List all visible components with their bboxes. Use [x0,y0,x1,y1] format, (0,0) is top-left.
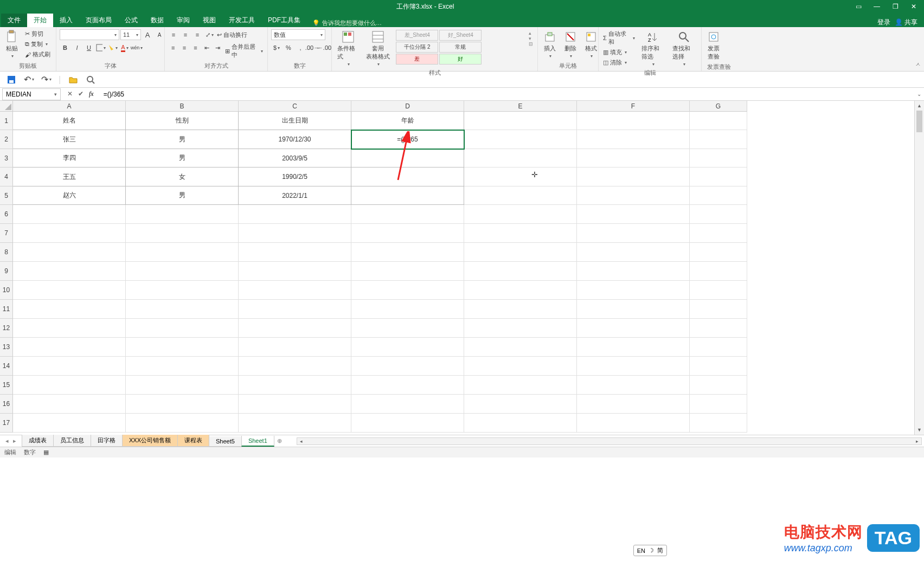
cell-B10[interactable] [126,281,239,300]
row-header-1[interactable]: 1 [0,112,13,130]
cell-E16[interactable] [464,395,577,414]
italic-button[interactable]: I [72,42,82,53]
cancel-formula-icon[interactable]: ✕ [67,90,73,98]
minimize-button[interactable]: — [869,1,885,12]
horizontal-scrollbar[interactable]: ◂ ▸ [297,437,922,445]
col-header-B[interactable]: B [126,101,239,112]
add-sheet-button[interactable]: ⊕ [274,437,286,444]
cell-D12[interactable] [351,319,464,338]
ribbon-display-options-icon[interactable]: ▭ [850,1,867,12]
row-header-12[interactable]: 12 [0,319,13,338]
clear-button[interactable]: ◫清除▾ [602,58,636,67]
row-header-15[interactable]: 15 [0,376,13,395]
cell-C6[interactable] [239,205,351,224]
cell-E5[interactable] [464,186,577,205]
cell-A9[interactable] [13,262,126,281]
cell-B5[interactable]: 男 [126,186,239,205]
cell-G1[interactable] [690,112,747,130]
merge-center-button[interactable]: ⊞合并后居中▾ [224,42,264,60]
col-header-C[interactable]: C [239,101,351,112]
cell-B16[interactable] [126,395,239,414]
cell-G8[interactable] [690,243,747,262]
cell-B13[interactable] [126,338,239,357]
row-header-2[interactable]: 2 [0,130,13,149]
cell-D1[interactable]: 年龄 [351,112,464,130]
font-size-combo[interactable]: 11▾ [120,29,141,40]
style-normal[interactable]: 常规 [439,42,482,53]
sheet-tab-员工信息[interactable]: 员工信息 [53,435,91,447]
row-header-8[interactable]: 8 [0,243,13,262]
fill-color-button[interactable]: ▾ [107,42,118,53]
cell-F10[interactable] [577,281,690,300]
row-header-17[interactable]: 17 [0,414,13,433]
gallery-down-icon[interactable]: ▾ [529,36,533,41]
cell-A12[interactable] [13,319,126,338]
cut-button[interactable]: ✂剪切 [24,29,52,38]
cell-F2[interactable] [577,130,690,149]
cell-E14[interactable] [464,357,577,376]
cell-styles-gallery[interactable]: 差_Sheet4 好_Sheet4 千位分隔 2 常规 差 好 [395,29,524,65]
font-name-combo[interactable]: ▾ [60,29,119,40]
col-header-G[interactable]: G [690,101,747,112]
cell-C9[interactable] [239,262,351,281]
tab-data[interactable]: 数据 [144,14,170,27]
ime-indicator[interactable]: EN ☽ 简 [633,545,667,556]
cell-D10[interactable] [351,281,464,300]
scroll-down-icon[interactable]: ▼ [915,425,924,435]
cell-F11[interactable] [577,300,690,319]
cell-E17[interactable] [464,414,577,433]
dec-decimal-button[interactable]: ←.00 [319,42,330,53]
cell-C5[interactable]: 2022/1/1 [239,186,351,205]
cell-E3[interactable] [464,149,577,167]
tab-review[interactable]: 审阅 [170,14,196,27]
cell-A16[interactable] [13,395,126,414]
cell-E6[interactable] [464,205,577,224]
cell-C15[interactable] [239,376,351,395]
cell-F9[interactable] [577,262,690,281]
gallery-up-icon[interactable]: ▴ [529,30,533,36]
macro-record-icon[interactable]: ▦ [43,449,49,456]
cell-B1[interactable]: 性别 [126,112,239,130]
sheet-tabs[interactable]: 成绩表员工信息田字格XXX公司销售额课程表Sheet5Sheet1 [22,435,274,447]
row-header-16[interactable]: 16 [0,395,13,414]
scroll-left-icon[interactable]: ◂ [297,438,306,444]
select-all-corner[interactable] [0,101,13,112]
align-right-button[interactable]: ≡ [190,42,201,53]
wrap-text-button[interactable]: ↩自动换行 [216,29,248,40]
row-header-11[interactable]: 11 [0,300,13,319]
cell-A1[interactable]: 姓名 [13,112,126,130]
cell-C2[interactable]: 1970/12/30 [239,130,351,149]
scroll-up-icon[interactable]: ▲ [915,101,924,111]
tab-developer[interactable]: 开发工具 [222,14,261,27]
sheet-tab-XXX公司销售额[interactable]: XXX公司销售额 [122,435,178,447]
cell-F13[interactable] [577,338,690,357]
cell-C17[interactable] [239,414,351,433]
tab-page-layout[interactable]: 页面布局 [79,14,118,27]
sort-filter-button[interactable]: AZ排序和筛选▾ [639,29,667,68]
row-header-9[interactable]: 9 [0,262,13,281]
cell-E4[interactable] [464,167,577,186]
cell-E2[interactable] [464,130,577,149]
cells-area[interactable]: 姓名性别出生日期年龄张三男1970/12/30=()/365李四男2003/9/… [13,112,747,433]
cell-G14[interactable] [690,357,747,376]
delete-cells-button[interactable]: 删除▾ [562,29,579,60]
cell-E9[interactable] [464,262,577,281]
undo-icon[interactable]: ↶▾ [24,75,34,85]
cell-B6[interactable] [126,205,239,224]
grow-font-button[interactable]: A [142,29,153,40]
cell-G9[interactable] [690,262,747,281]
sheet-nav-first-icon[interactable]: ◂ [5,437,9,444]
cell-F15[interactable] [577,376,690,395]
find-select-button[interactable]: 查找和选择▾ [670,29,698,68]
inc-indent-button[interactable]: ⇥ [213,42,223,53]
cell-D13[interactable] [351,338,464,357]
insert-cells-button[interactable]: 插入▾ [541,29,559,60]
align-left-button[interactable]: ≡ [168,42,178,53]
row-header-6[interactable]: 6 [0,205,13,224]
cell-C14[interactable] [239,357,351,376]
cell-E8[interactable] [464,243,577,262]
sheet-nav-last-icon[interactable]: ▸ [13,437,16,444]
sheet-tab-Sheet1[interactable]: Sheet1 [241,436,274,447]
cell-C16[interactable] [239,395,351,414]
tab-pdf[interactable]: PDF工具集 [261,14,307,27]
